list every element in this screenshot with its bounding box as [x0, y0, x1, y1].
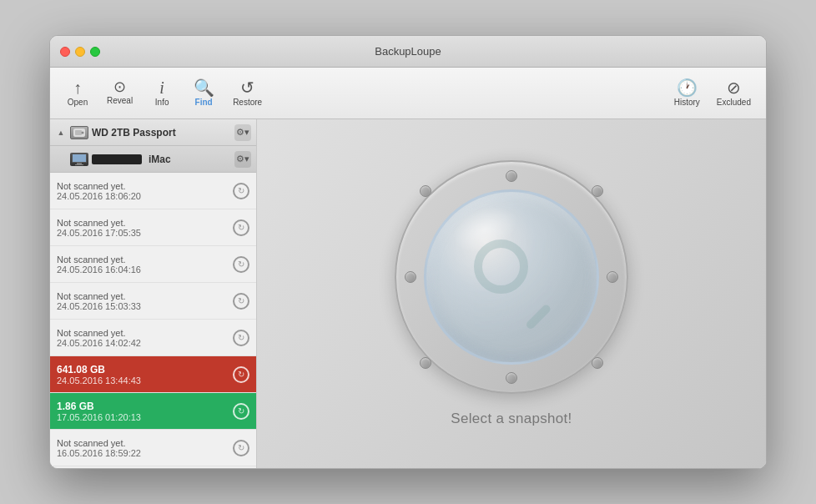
snapshot-item[interactable]: Not scanned yet. 24.05.2016 18:06:20 ↻ — [50, 173, 256, 209]
sync-icon: ↻ — [233, 256, 249, 273]
sidebar: ▲ WD 2TB Passport ⚙▾ ▲ — [50, 119, 257, 468]
search-circle — [474, 239, 528, 294]
snapshot-date: 24.05.2016 14:02:42 — [57, 338, 233, 348]
snapshot-status: Not scanned yet. — [57, 328, 233, 338]
drive-header[interactable]: ▲ WD 2TB Passport ⚙▾ — [50, 119, 256, 146]
sync-icon: ↻ — [233, 293, 249, 310]
snapshots-list[interactable]: Not scanned yet. 24.05.2016 18:06:20 ↻ N… — [50, 173, 256, 468]
titlebar: BackupLoupe — [50, 36, 766, 68]
svg-rect-5 — [77, 163, 82, 164]
snapshot-info: Not scanned yet. 24.05.2016 17:05:35 — [57, 218, 233, 238]
restore-icon: ↺ — [240, 79, 254, 96]
info-label: Info — [155, 98, 169, 107]
monitor-icon — [70, 153, 88, 166]
sync-icon: ↻ — [233, 403, 249, 420]
drive-label: WD 2TB Passport — [92, 127, 231, 139]
magnifier-graphic — [395, 160, 628, 394]
snapshot-date: 17.05.2016 01:20:13 — [57, 412, 233, 422]
bolt-bl — [420, 357, 431, 369]
sync-icon: ↻ — [233, 440, 249, 456]
svg-rect-6 — [75, 164, 83, 165]
snapshot-info: Not scanned yet. 16.05.2016 18:59:22 — [57, 438, 233, 458]
bolt-top — [506, 170, 517, 182]
excluded-label: Excluded — [717, 98, 751, 107]
maximize-button[interactable] — [90, 47, 100, 57]
reveal-label: Reveal — [107, 96, 133, 105]
snapshot-info: 1.86 GB 17.05.2016 01:20:13 — [57, 401, 233, 422]
magnifier-container: Select a snapshot! — [395, 160, 628, 427]
bolt-tl — [420, 185, 431, 197]
snapshot-item[interactable]: Not scanned yet. 24.05.2016 14:02:42 ↻ — [50, 320, 256, 356]
magnifier-outer — [395, 160, 628, 394]
toolbar-right: 🕐 History ⊘ Excluded — [667, 76, 758, 110]
snapshot-item-selected-red[interactable]: 641.08 GB 24.05.2016 13:44:43 ↻ — [50, 356, 256, 393]
snapshot-size: 1.86 GB — [57, 401, 233, 412]
search-graphic — [474, 239, 549, 315]
sync-icon: ↻ — [233, 219, 249, 236]
magnifier-lens — [424, 189, 599, 365]
bolt-br — [592, 357, 603, 369]
restore-label: Restore — [233, 98, 262, 107]
imac-label: iMac — [149, 154, 171, 165]
snapshot-info: 641.08 GB 24.05.2016 13:44:43 — [57, 364, 233, 386]
bolt-bottom — [506, 372, 517, 384]
drive-chevron[interactable]: ▲ — [55, 127, 67, 139]
history-icon: 🕐 — [677, 79, 698, 96]
open-label: Open — [68, 98, 88, 107]
snapshot-status: Not scanned yet. — [57, 291, 233, 301]
traffic-lights — [50, 47, 100, 57]
snapshot-item[interactable]: Not scanned yet. 24.05.2016 16:04:16 ↻ — [50, 246, 256, 283]
imac-gear-button[interactable]: ⚙▾ — [234, 151, 251, 168]
snapshot-item[interactable]: Not scanned yet. 24.05.2016 17:05:35 ↻ — [50, 209, 256, 246]
snapshot-date: 24.05.2016 16:04:16 — [57, 265, 233, 275]
history-label: History — [674, 98, 700, 107]
open-button[interactable]: ↑ Open — [58, 76, 97, 110]
find-button[interactable]: 🔍 Find — [184, 76, 223, 110]
snapshot-status: Not scanned yet. — [57, 218, 233, 228]
snapshot-size: 641.08 GB — [57, 364, 233, 375]
snapshot-date: 24.05.2016 17:05:35 — [57, 228, 233, 238]
bolt-tr — [592, 185, 603, 197]
drive-gear-button[interactable]: ⚙▾ — [234, 124, 251, 141]
toolbar-left: ↑ Open ⊙ Reveal i Info 🔍 Find ↺ Restore — [58, 76, 667, 110]
search-handle — [525, 303, 552, 330]
snapshot-date: 24.05.2016 18:06:20 — [57, 191, 233, 201]
snapshot-date: 24.05.2016 13:44:43 — [57, 375, 233, 386]
bolt-right — [607, 271, 618, 283]
hdd-icon — [70, 126, 88, 139]
snapshot-item[interactable]: Not scanned yet. 16.05.2016 18:59:22 ↻ — [50, 430, 256, 466]
minimize-button[interactable] — [75, 47, 85, 57]
history-button[interactable]: 🕐 History — [667, 76, 707, 110]
open-icon: ↑ — [73, 79, 82, 96]
toolbar: ↑ Open ⊙ Reveal i Info 🔍 Find ↺ Restore — [50, 68, 766, 119]
sync-icon: ↻ — [233, 366, 249, 383]
window-title: BackupLoupe — [375, 45, 441, 58]
sync-icon: ↻ — [233, 183, 249, 199]
snapshot-info: Not scanned yet. 24.05.2016 18:06:20 — [57, 181, 233, 201]
snapshot-info: Not scanned yet. 24.05.2016 16:04:16 — [57, 255, 233, 275]
app-window: BackupLoupe ↑ Open ⊙ Reveal i Info 🔍 Fin… — [49, 35, 767, 469]
svg-point-2 — [82, 131, 84, 134]
excluded-button[interactable]: ⊘ Excluded — [710, 76, 758, 110]
snapshot-item[interactable]: Not scanned yet. 15.05.2016 11:21:23 ↻ — [50, 466, 256, 468]
find-label: Find — [195, 98, 213, 107]
reveal-button[interactable]: ⊙ Reveal — [100, 76, 139, 110]
close-button[interactable] — [60, 47, 70, 57]
main-content: ▲ WD 2TB Passport ⚙▾ ▲ — [50, 119, 766, 468]
main-panel: Select a snapshot! — [257, 119, 766, 468]
snapshot-status: Not scanned yet. — [57, 255, 233, 265]
snapshot-info: Not scanned yet. 24.05.2016 15:03:33 — [57, 291, 233, 311]
imac-header[interactable]: ▲ iMac ⚙▾ — [50, 146, 256, 173]
info-button[interactable]: i Info — [143, 76, 181, 110]
snapshot-status: Not scanned yet. — [57, 181, 233, 191]
restore-button[interactable]: ↺ Restore — [226, 76, 269, 110]
snapshot-item[interactable]: Not scanned yet. 24.05.2016 15:03:33 ↻ — [50, 283, 256, 320]
snapshot-date: 24.05.2016 15:03:33 — [57, 301, 233, 311]
snapshot-item-selected-green[interactable]: 1.86 GB 17.05.2016 01:20:13 ↻ — [50, 393, 256, 430]
svg-rect-4 — [73, 154, 86, 162]
select-snapshot-text: Select a snapshot! — [451, 411, 572, 427]
snapshot-status: Not scanned yet. — [57, 438, 233, 448]
sync-icon: ↻ — [233, 330, 249, 346]
snapshot-date: 16.05.2016 18:59:22 — [57, 448, 233, 458]
info-icon: i — [159, 79, 164, 96]
